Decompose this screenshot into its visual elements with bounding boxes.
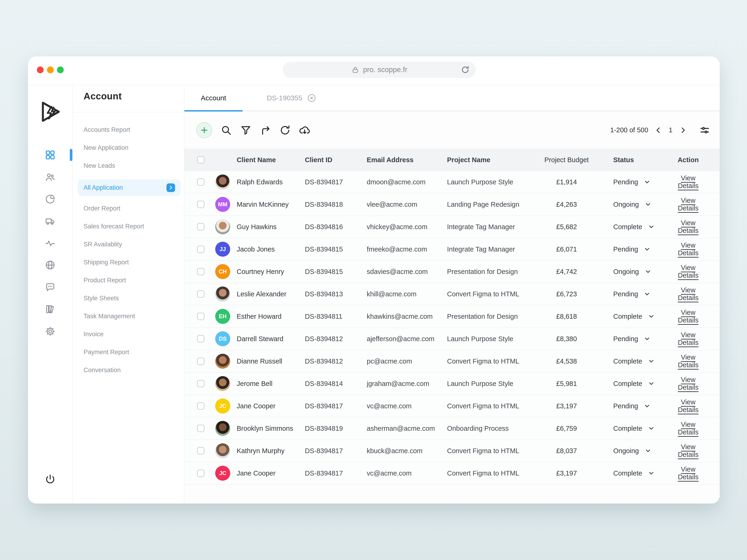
row-checkbox[interactable] bbox=[197, 290, 205, 298]
sidebar-item-sales-forecast-report[interactable]: Sales forecast Report bbox=[73, 217, 184, 235]
sidebar-item-order-report[interactable]: Order Report bbox=[73, 199, 184, 217]
view-details-link[interactable]: View Details bbox=[678, 398, 699, 414]
search-icon[interactable] bbox=[220, 124, 232, 136]
sidebar-divider bbox=[73, 112, 184, 112]
status-dropdown[interactable]: Complete bbox=[593, 380, 670, 388]
sidebar-item-payment-report[interactable]: Payment Report bbox=[73, 343, 184, 361]
view-details-link[interactable]: View Details bbox=[678, 197, 699, 212]
sidebar-item-conversation[interactable]: Conversation bbox=[73, 361, 184, 379]
sidebar-item-sr-availablity[interactable]: SR Availablity bbox=[73, 235, 184, 254]
power-icon[interactable] bbox=[44, 474, 56, 485]
row-checkbox[interactable] bbox=[197, 402, 205, 410]
project-budget: £8,037 bbox=[540, 447, 593, 455]
reload-icon[interactable] bbox=[461, 65, 470, 75]
email-address: vlee@acme.com bbox=[367, 201, 447, 208]
refresh-icon[interactable] bbox=[279, 124, 291, 136]
close-window-button[interactable] bbox=[37, 66, 44, 73]
status-dropdown[interactable]: Complete bbox=[593, 313, 670, 320]
status-dropdown[interactable]: Pending bbox=[593, 245, 670, 253]
status-dropdown[interactable]: Pending bbox=[593, 335, 670, 343]
view-details-link[interactable]: View Details bbox=[678, 264, 699, 279]
sidebar-item-product-report[interactable]: Product Report bbox=[73, 271, 184, 289]
status-dropdown[interactable]: Complete bbox=[593, 357, 670, 365]
row-checkbox[interactable] bbox=[197, 223, 205, 231]
status-dropdown[interactable]: Pending bbox=[593, 402, 670, 410]
app-logo bbox=[36, 98, 64, 126]
avatar-photo bbox=[215, 287, 230, 301]
project-name: Convert Figma to HTML bbox=[447, 470, 540, 477]
view-details-link[interactable]: View Details bbox=[678, 331, 699, 346]
url-bar[interactable]: pro. scoppe.fr bbox=[283, 61, 476, 78]
view-details-link[interactable]: View Details bbox=[678, 286, 699, 301]
sidebar-item-style-sheets[interactable]: Style Sheets bbox=[73, 289, 184, 307]
sidebar-item-shipping-report[interactable]: Shipping Report bbox=[73, 254, 184, 271]
view-details-link[interactable]: View Details bbox=[678, 376, 699, 391]
dashboard-grid-icon[interactable] bbox=[45, 150, 56, 160]
row-checkbox[interactable] bbox=[197, 470, 205, 477]
zoom-window-button[interactable] bbox=[57, 66, 64, 73]
chevron-right-button[interactable] bbox=[166, 183, 175, 192]
pagination-range: 1-200 of 500 bbox=[610, 126, 648, 134]
status-dropdown[interactable]: Ongoing bbox=[593, 447, 670, 455]
status-dropdown[interactable]: Ongoing bbox=[593, 201, 670, 208]
select-all-checkbox[interactable] bbox=[197, 156, 205, 164]
status-dropdown[interactable]: Ongoing bbox=[593, 268, 670, 275]
row-checkbox[interactable] bbox=[197, 380, 205, 387]
sidebar-item-invoice[interactable]: Invoice bbox=[73, 325, 184, 343]
view-details-link[interactable]: View Details bbox=[678, 219, 699, 234]
column-settings-icon[interactable] bbox=[699, 125, 710, 136]
previous-page-icon[interactable] bbox=[654, 126, 662, 134]
settings-gear-icon[interactable] bbox=[45, 326, 56, 337]
row-checkbox[interactable] bbox=[197, 357, 205, 365]
close-tab-icon[interactable] bbox=[307, 93, 316, 103]
chat-icon[interactable] bbox=[45, 282, 56, 293]
row-checkbox[interactable] bbox=[197, 335, 205, 343]
sidebar-item-accounts-report[interactable]: Accounts Report bbox=[73, 121, 184, 139]
pie-chart-icon[interactable] bbox=[45, 194, 56, 205]
view-details-link[interactable]: View Details bbox=[678, 465, 699, 481]
view-details-link[interactable]: View Details bbox=[678, 443, 699, 458]
status-dropdown[interactable]: Complete bbox=[593, 470, 670, 477]
sidebar-item-new-application[interactable]: New Application bbox=[73, 139, 184, 157]
users-icon[interactable] bbox=[45, 172, 56, 183]
sidebar-item-task-management[interactable]: Task Management bbox=[73, 307, 184, 325]
globe-icon[interactable] bbox=[45, 260, 56, 270]
row-checkbox[interactable] bbox=[197, 313, 205, 320]
sidebar-item-all-application[interactable]: All Application bbox=[78, 180, 181, 196]
view-details-link[interactable]: View Details bbox=[678, 309, 699, 324]
table-row: Dianne Russell DS-8394812 pc@acme.com Co… bbox=[184, 350, 720, 373]
add-button[interactable] bbox=[196, 122, 212, 138]
view-details-link[interactable]: View Details bbox=[678, 174, 699, 189]
row-checkbox[interactable] bbox=[197, 201, 205, 208]
cloud-download-icon[interactable] bbox=[299, 124, 311, 136]
status-dropdown[interactable]: Pending bbox=[593, 290, 670, 298]
status-dropdown[interactable]: Complete bbox=[593, 425, 670, 432]
tab-account[interactable]: Account bbox=[184, 86, 242, 110]
status-dropdown[interactable]: Pending bbox=[593, 178, 670, 186]
row-checkbox[interactable] bbox=[197, 268, 205, 275]
library-icon[interactable] bbox=[45, 304, 56, 315]
project-name: Convert Figma to HTML bbox=[447, 447, 540, 455]
table-row: JC Jane Cooper DS-8394817 vc@acme.com Co… bbox=[184, 462, 720, 485]
view-details-link[interactable]: View Details bbox=[678, 421, 699, 436]
view-details-link[interactable]: View Details bbox=[678, 353, 699, 369]
minimize-window-button[interactable] bbox=[47, 66, 54, 73]
sidebar-item-new-leads[interactable]: New Leads bbox=[73, 157, 184, 175]
next-page-icon[interactable] bbox=[679, 126, 687, 134]
tab-ds-190355[interactable]: DS-190355 bbox=[247, 86, 336, 110]
view-details-link[interactable]: View Details bbox=[678, 241, 699, 257]
status-dropdown[interactable]: Complete bbox=[593, 223, 670, 231]
activity-icon[interactable] bbox=[45, 238, 56, 249]
forward-icon[interactable] bbox=[259, 124, 272, 136]
filter-icon[interactable] bbox=[240, 124, 252, 136]
window-controls bbox=[37, 66, 64, 73]
truck-icon[interactable] bbox=[45, 216, 56, 226]
chevron-down-icon bbox=[648, 425, 655, 432]
client-id: DS-8394819 bbox=[305, 425, 367, 432]
row-checkbox[interactable] bbox=[197, 245, 205, 253]
project-name: Landing Page Redesign bbox=[447, 201, 540, 208]
row-checkbox[interactable] bbox=[197, 425, 205, 432]
row-checkbox[interactable] bbox=[197, 447, 205, 455]
current-page[interactable]: 1 bbox=[668, 126, 673, 134]
row-checkbox[interactable] bbox=[197, 178, 205, 186]
